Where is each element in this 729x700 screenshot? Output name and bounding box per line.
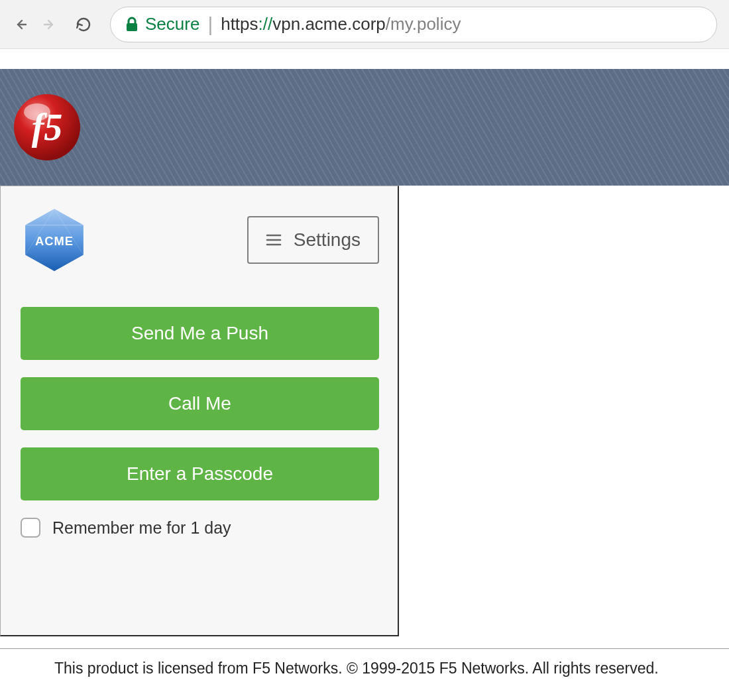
remember-me-label: Remember me for 1 day (52, 518, 231, 538)
svg-rect-2 (127, 23, 137, 31)
reload-icon (76, 15, 91, 34)
page-banner: f5 (0, 69, 729, 186)
url-separator: | (207, 13, 213, 36)
hamburger-icon (266, 233, 282, 247)
send-push-button[interactable]: Send Me a Push (21, 307, 379, 360)
arrow-left-icon (12, 15, 28, 34)
f5-logo: f5 (12, 92, 82, 162)
url-path: /my.policy (386, 14, 461, 34)
arrow-right-icon (42, 15, 58, 34)
settings-button-label: Settings (294, 229, 361, 251)
url-text: https://vpn.acme.corp/my.policy (221, 14, 461, 34)
svg-text:f5: f5 (32, 107, 63, 148)
secure-label: Secure (145, 14, 199, 34)
svg-text:ACME: ACME (35, 234, 74, 248)
url-protocol: https (221, 14, 258, 34)
enter-passcode-button[interactable]: Enter a Passcode (21, 447, 379, 500)
acme-logo: ACME (21, 206, 88, 274)
back-button[interactable] (12, 17, 28, 32)
mfa-panel: ACME Settings Send Me a Push Call Me Ent… (0, 186, 399, 636)
lock-icon (125, 17, 139, 32)
browser-toolbar: Secure | https://vpn.acme.corp/my.policy (0, 0, 729, 49)
url-host: vpn.acme.corp (272, 14, 386, 34)
content-right-blank (399, 186, 729, 636)
address-bar[interactable]: Secure | https://vpn.acme.corp/my.policy (110, 7, 717, 42)
call-me-button[interactable]: Call Me (21, 377, 379, 430)
settings-button[interactable]: Settings (247, 216, 379, 264)
remember-me-checkbox[interactable] (21, 518, 40, 538)
forward-button[interactable] (42, 17, 58, 32)
footer-text: This product is licensed from F5 Network… (0, 649, 729, 677)
reload-button[interactable] (76, 17, 91, 32)
